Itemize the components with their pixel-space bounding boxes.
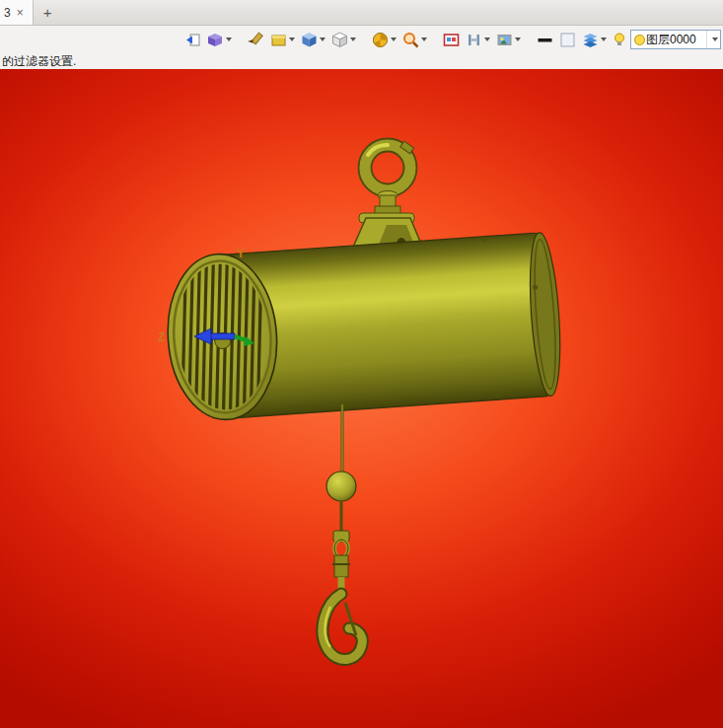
dropdown-arrow-icon[interactable] xyxy=(350,37,356,41)
component-box-icon[interactable] xyxy=(206,29,233,50)
light-bulb-icon[interactable] xyxy=(612,32,627,47)
line-weight-icon[interactable] xyxy=(536,29,554,50)
z-axis-label: Z xyxy=(158,330,165,344)
dropdown-arrow-icon[interactable] xyxy=(320,37,325,41)
tab-label: 3 xyxy=(4,6,11,20)
pencil-icon[interactable] xyxy=(247,29,265,50)
image-frame-icon[interactable] xyxy=(442,29,461,50)
blank-swatch-icon[interactable] xyxy=(558,29,577,50)
layers-icon[interactable] xyxy=(581,29,608,50)
dropdown-arrow-icon[interactable] xyxy=(601,37,607,41)
dropdown-arrow-icon[interactable] xyxy=(421,37,427,41)
display-style-cube-icon[interactable] xyxy=(330,29,357,50)
document-tab[interactable]: 3 × xyxy=(0,0,34,25)
dropdown-arrow-icon[interactable] xyxy=(515,37,521,41)
dropdown-arrow-icon xyxy=(712,37,718,41)
dropdown-arrow-icon[interactable] xyxy=(226,37,232,41)
model-scene xyxy=(0,69,723,728)
cable-ball[interactable] xyxy=(326,472,356,501)
scene-view-icon[interactable] xyxy=(495,29,522,50)
top-eye-hook[interactable] xyxy=(359,139,417,215)
new-tab-button[interactable]: + xyxy=(34,0,62,25)
dimension-h-icon[interactable] xyxy=(465,29,491,50)
dropdown-arrow-icon[interactable] xyxy=(391,37,397,41)
dropdown-arrow-icon[interactable] xyxy=(484,37,490,41)
import-view-icon[interactable] xyxy=(183,29,202,50)
zoom-magnifier-icon[interactable] xyxy=(401,29,428,50)
layer-dropdown-value: 图层0000 xyxy=(646,32,706,48)
view-cube-icon[interactable] xyxy=(300,29,326,50)
main-toolbar: 图层0000 xyxy=(0,26,723,53)
graphics-viewport[interactable]: Y Z xyxy=(0,69,723,728)
layer-dropdown[interactable]: 图层0000 xyxy=(630,30,721,49)
layer-controls: 图层0000 xyxy=(612,30,723,49)
cad-application-window: { "tabs": { "active_label": "3", "close_… xyxy=(0,0,723,728)
cylinder-body[interactable] xyxy=(163,231,565,423)
section-wheel-icon[interactable] xyxy=(371,29,398,50)
tab-close-icon[interactable]: × xyxy=(17,6,24,20)
y-axis-label: Y xyxy=(237,247,245,260)
status-message: 的过滤器设置. xyxy=(0,53,723,69)
lower-hook-assembly[interactable] xyxy=(323,404,362,660)
layer-dropdown-arrow[interactable] xyxy=(706,31,720,48)
layer-bulb-icon xyxy=(633,34,646,46)
tab-bar: 3 × + xyxy=(0,0,723,26)
material-box-icon[interactable] xyxy=(269,29,296,50)
dropdown-arrow-icon[interactable] xyxy=(289,37,295,41)
